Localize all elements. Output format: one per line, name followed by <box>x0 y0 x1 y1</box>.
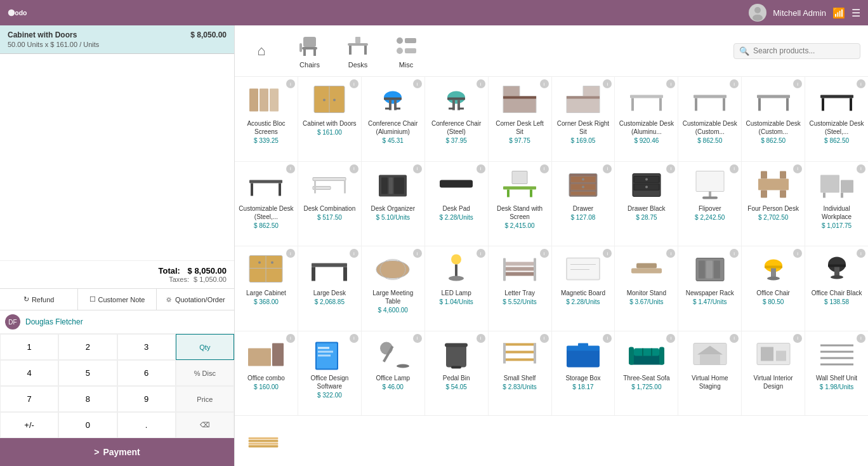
product-card[interactable]: iCorner Desk Left Sit$ 97.75 <box>489 77 551 161</box>
product-card[interactable]: iMagnetic Board$ 2.28/Units <box>552 246 615 331</box>
product-price: $ 54.05 <box>445 383 466 390</box>
numpad-key-0[interactable]: 0 <box>58 412 117 438</box>
svg-rect-119 <box>765 266 782 269</box>
numpad-key--[interactable]: . <box>117 412 176 438</box>
category-desks[interactable]: Desks <box>339 30 377 71</box>
bottom-product-card[interactable] <box>242 419 284 463</box>
product-card[interactable]: iLarge Desk$ 2,068.85 <box>298 246 361 331</box>
product-card[interactable]: iWall Shelf Unit$ 1.98/Units <box>805 331 868 416</box>
product-card[interactable]: iCorner Desk Right Sit$ 169.05 <box>552 77 615 161</box>
product-card[interactable]: iCustomizable Desk (Aluminu...$ 920.46 <box>615 77 678 161</box>
product-card[interactable]: iThree-Seat Sofa$ 1,725.00 <box>615 331 678 416</box>
svg-rect-35 <box>459 108 464 110</box>
svg-rect-10 <box>349 46 352 55</box>
numpad-key-9[interactable]: 9 <box>117 386 176 412</box>
svg-rect-17 <box>249 89 258 112</box>
product-card[interactable]: iOffice Chair$ 80.50 <box>742 246 805 331</box>
product-card[interactable]: iVirtual Interior Design <box>742 331 805 416</box>
product-card[interactable]: iLarge Meeting Table$ 4,600.00 <box>362 246 424 331</box>
numpad-key-5[interactable]: 5 <box>58 360 117 386</box>
product-card[interactable]: iFlipover$ 2,242.50 <box>678 162 741 246</box>
product-card[interactable]: iCabinet with Doors$ 161.00 <box>298 77 361 161</box>
svg-point-95 <box>271 262 273 264</box>
product-card[interactable]: iMonitor Stand$ 3.67/Units <box>615 246 678 331</box>
product-card[interactable]: iDesk Pad$ 2.28/Units <box>425 162 488 246</box>
info-badge: i <box>477 334 485 343</box>
customer-row: DF Douglas Fletcher <box>0 310 234 334</box>
product-card[interactable]: iOffice combo$ 160.00 <box>235 331 298 416</box>
category-misc[interactable]: Misc <box>387 30 425 71</box>
svg-rect-132 <box>318 347 329 349</box>
product-card[interactable]: iStorage Box$ 18.17 <box>552 331 615 416</box>
product-card[interactable]: iNewspaper Rack$ 1.47/Units <box>678 246 741 331</box>
total-value: $ 8,050.00 <box>188 266 227 276</box>
numpad-key-7[interactable]: 7 <box>0 386 58 412</box>
username: Mitchell Admin <box>773 8 826 18</box>
product-card[interactable]: iConference Chair (Steel)$ 37.95 <box>425 77 488 161</box>
product-name: Large Desk <box>313 289 346 297</box>
info-badge: i <box>603 79 612 88</box>
svg-rect-8 <box>299 43 302 52</box>
product-card[interactable]: iCustomizable Desk (Steel,...$ 862.50 <box>805 77 868 161</box>
product-card[interactable]: iDrawer$ 127.08 <box>552 162 615 246</box>
numpad-key----[interactable]: +/- <box>0 412 58 438</box>
customer-note-button[interactable]: ☐ Customer Note <box>78 289 156 310</box>
product-image <box>628 336 666 371</box>
product-image <box>374 167 412 202</box>
product-card[interactable]: iConference Chair (Aluminium)$ 45.31 <box>362 77 424 161</box>
product-card[interactable]: iOffice Chair Black$ 138.58 <box>805 246 868 331</box>
product-card[interactable]: iDesk Organizer$ 5.10/Units <box>362 162 424 246</box>
numpad-key-2[interactable]: 2 <box>58 334 117 360</box>
product-image <box>501 82 539 117</box>
customer-name[interactable]: Douglas Fletcher <box>25 317 229 326</box>
numpad-key-Qty[interactable]: Qty <box>176 334 234 360</box>
svg-rect-162 <box>820 350 853 352</box>
info-badge: i <box>540 249 549 258</box>
numpad-key-8[interactable]: 8 <box>58 386 117 412</box>
payment-button[interactable]: > Payment <box>0 438 234 466</box>
numpad-key---Disc[interactable]: % Disc <box>176 360 234 386</box>
product-card[interactable]: iSmall Shelf$ 2.83/Units <box>489 331 551 416</box>
product-card[interactable]: iLetter Tray$ 5.52/Units <box>489 246 551 331</box>
product-card[interactable]: iDrawer Black$ 28.75 <box>615 162 678 246</box>
product-card[interactable]: iDesk Stand with Screen$ 2,415.00 <box>489 162 551 246</box>
svg-point-15 <box>397 48 403 54</box>
category-home[interactable]: ⌂ <box>242 36 280 66</box>
numpad-key-Price[interactable]: Price <box>176 386 234 412</box>
info-badge: i <box>730 334 739 343</box>
taxes-value: $ 1,050.00 <box>194 276 227 283</box>
product-card[interactable]: iVirtual Home Staging <box>678 331 741 416</box>
product-card[interactable]: iIndividual Workplace$ 1,017.75 <box>805 162 868 246</box>
product-card[interactable]: iCustomizable Desk (Custom...$ 862.50 <box>742 77 805 161</box>
numpad-key-6[interactable]: 6 <box>117 360 176 386</box>
quotation-button[interactable]: ⛭ Quotation/Order <box>157 289 234 310</box>
product-card[interactable]: iDesk Combination$ 517.50 <box>298 162 361 246</box>
numpad-key-3[interactable]: 3 <box>117 334 176 360</box>
hamburger-icon[interactable]: ☰ <box>852 7 860 19</box>
product-card[interactable]: iOffice Lamp$ 46.00 <box>362 331 424 416</box>
product-image <box>437 82 475 117</box>
search-bar[interactable]: 🔍 <box>733 43 860 59</box>
info-badge: i <box>477 249 485 258</box>
info-badge: i <box>666 249 675 258</box>
category-chairs[interactable]: Chairs <box>291 30 329 71</box>
order-lines <box>0 54 234 260</box>
product-card[interactable]: iCustomizable Desk (Steel,...$ 862.50 <box>235 162 298 246</box>
svg-point-127 <box>831 276 843 279</box>
note-icon: ☐ <box>89 295 96 303</box>
svg-rect-55 <box>313 177 346 180</box>
product-card[interactable]: iFour Person Desk$ 2,702.50 <box>742 162 805 246</box>
product-card[interactable]: iCustomizable Desk (Custom...$ 862.50 <box>678 77 741 161</box>
product-card[interactable]: iOffice Design Software$ 322.00 <box>298 331 361 416</box>
product-card[interactable]: iAcoustic Bloc Screens$ 339.25 <box>235 77 298 161</box>
numpad-key--[interactable]: ⌫ <box>176 412 234 438</box>
svg-rect-102 <box>455 265 457 277</box>
svg-rect-151 <box>659 347 664 364</box>
product-card[interactable]: iPedal Bin$ 54.05 <box>425 331 488 416</box>
product-card[interactable]: iLED Lamp$ 1.04/Units <box>425 246 488 331</box>
product-card[interactable]: iLarge Cabinet$ 368.00 <box>235 246 298 331</box>
refund-button[interactable]: ↻ Refund <box>0 289 78 310</box>
search-input[interactable] <box>753 46 855 55</box>
numpad-key-1[interactable]: 1 <box>0 334 58 360</box>
numpad-key-4[interactable]: 4 <box>0 360 58 386</box>
